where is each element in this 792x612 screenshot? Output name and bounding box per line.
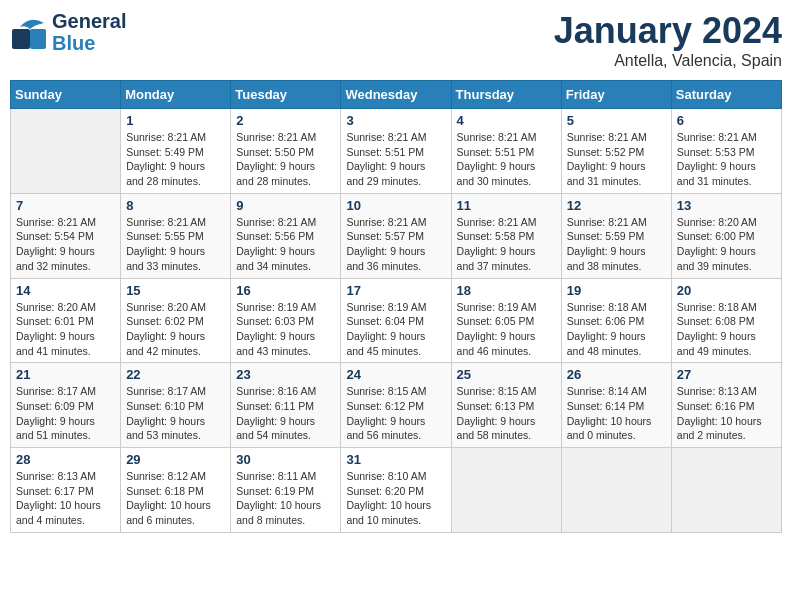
day-info: Sunrise: 8:13 AM Sunset: 6:16 PM Dayligh…: [677, 384, 776, 443]
calendar-week-row: 21Sunrise: 8:17 AM Sunset: 6:09 PM Dayli…: [11, 363, 782, 448]
day-number: 8: [126, 198, 225, 213]
day-info: Sunrise: 8:12 AM Sunset: 6:18 PM Dayligh…: [126, 469, 225, 528]
calendar-cell: [11, 109, 121, 194]
day-number: 9: [236, 198, 335, 213]
calendar-table: SundayMondayTuesdayWednesdayThursdayFrid…: [10, 80, 782, 533]
day-number: 23: [236, 367, 335, 382]
day-info: Sunrise: 8:16 AM Sunset: 6:11 PM Dayligh…: [236, 384, 335, 443]
column-header-tuesday: Tuesday: [231, 81, 341, 109]
logo-general: General: [52, 10, 126, 32]
day-info: Sunrise: 8:17 AM Sunset: 6:10 PM Dayligh…: [126, 384, 225, 443]
month-title: January 2024: [554, 10, 782, 52]
calendar-cell: 10Sunrise: 8:21 AM Sunset: 5:57 PM Dayli…: [341, 193, 451, 278]
calendar-cell: [451, 448, 561, 533]
day-info: Sunrise: 8:21 AM Sunset: 5:57 PM Dayligh…: [346, 215, 445, 274]
day-info: Sunrise: 8:10 AM Sunset: 6:20 PM Dayligh…: [346, 469, 445, 528]
day-number: 31: [346, 452, 445, 467]
page-header: General Blue January 2024 Antella, Valen…: [10, 10, 782, 70]
day-number: 16: [236, 283, 335, 298]
day-number: 26: [567, 367, 666, 382]
day-number: 28: [16, 452, 115, 467]
logo-blue: Blue: [52, 32, 126, 54]
day-info: Sunrise: 8:13 AM Sunset: 6:17 PM Dayligh…: [16, 469, 115, 528]
day-info: Sunrise: 8:15 AM Sunset: 6:12 PM Dayligh…: [346, 384, 445, 443]
day-info: Sunrise: 8:21 AM Sunset: 5:53 PM Dayligh…: [677, 130, 776, 189]
day-info: Sunrise: 8:15 AM Sunset: 6:13 PM Dayligh…: [457, 384, 556, 443]
calendar-cell: 9Sunrise: 8:21 AM Sunset: 5:56 PM Daylig…: [231, 193, 341, 278]
day-info: Sunrise: 8:21 AM Sunset: 5:58 PM Dayligh…: [457, 215, 556, 274]
day-info: Sunrise: 8:21 AM Sunset: 5:51 PM Dayligh…: [346, 130, 445, 189]
calendar-cell: 14Sunrise: 8:20 AM Sunset: 6:01 PM Dayli…: [11, 278, 121, 363]
calendar-cell: 23Sunrise: 8:16 AM Sunset: 6:11 PM Dayli…: [231, 363, 341, 448]
calendar-cell: 25Sunrise: 8:15 AM Sunset: 6:13 PM Dayli…: [451, 363, 561, 448]
column-header-monday: Monday: [121, 81, 231, 109]
calendar-cell: 16Sunrise: 8:19 AM Sunset: 6:03 PM Dayli…: [231, 278, 341, 363]
day-number: 5: [567, 113, 666, 128]
calendar-cell: [561, 448, 671, 533]
day-number: 15: [126, 283, 225, 298]
day-number: 1: [126, 113, 225, 128]
day-number: 25: [457, 367, 556, 382]
calendar-cell: 2Sunrise: 8:21 AM Sunset: 5:50 PM Daylig…: [231, 109, 341, 194]
day-info: Sunrise: 8:21 AM Sunset: 5:50 PM Dayligh…: [236, 130, 335, 189]
calendar-cell: 17Sunrise: 8:19 AM Sunset: 6:04 PM Dayli…: [341, 278, 451, 363]
svg-rect-0: [12, 29, 30, 49]
day-info: Sunrise: 8:18 AM Sunset: 6:06 PM Dayligh…: [567, 300, 666, 359]
day-info: Sunrise: 8:11 AM Sunset: 6:19 PM Dayligh…: [236, 469, 335, 528]
day-number: 22: [126, 367, 225, 382]
day-number: 12: [567, 198, 666, 213]
calendar-cell: 30Sunrise: 8:11 AM Sunset: 6:19 PM Dayli…: [231, 448, 341, 533]
calendar-cell: 29Sunrise: 8:12 AM Sunset: 6:18 PM Dayli…: [121, 448, 231, 533]
calendar-cell: 24Sunrise: 8:15 AM Sunset: 6:12 PM Dayli…: [341, 363, 451, 448]
calendar-cell: 22Sunrise: 8:17 AM Sunset: 6:10 PM Dayli…: [121, 363, 231, 448]
calendar-cell: 19Sunrise: 8:18 AM Sunset: 6:06 PM Dayli…: [561, 278, 671, 363]
location-subtitle: Antella, Valencia, Spain: [554, 52, 782, 70]
calendar-week-row: 14Sunrise: 8:20 AM Sunset: 6:01 PM Dayli…: [11, 278, 782, 363]
day-info: Sunrise: 8:20 AM Sunset: 6:00 PM Dayligh…: [677, 215, 776, 274]
day-info: Sunrise: 8:17 AM Sunset: 6:09 PM Dayligh…: [16, 384, 115, 443]
calendar-cell: 5Sunrise: 8:21 AM Sunset: 5:52 PM Daylig…: [561, 109, 671, 194]
calendar-cell: 31Sunrise: 8:10 AM Sunset: 6:20 PM Dayli…: [341, 448, 451, 533]
day-number: 4: [457, 113, 556, 128]
calendar-week-row: 7Sunrise: 8:21 AM Sunset: 5:54 PM Daylig…: [11, 193, 782, 278]
day-info: Sunrise: 8:19 AM Sunset: 6:04 PM Dayligh…: [346, 300, 445, 359]
day-number: 6: [677, 113, 776, 128]
calendar-cell: 18Sunrise: 8:19 AM Sunset: 6:05 PM Dayli…: [451, 278, 561, 363]
day-number: 2: [236, 113, 335, 128]
day-number: 18: [457, 283, 556, 298]
day-number: 30: [236, 452, 335, 467]
column-header-wednesday: Wednesday: [341, 81, 451, 109]
column-header-thursday: Thursday: [451, 81, 561, 109]
column-header-saturday: Saturday: [671, 81, 781, 109]
calendar-week-row: 28Sunrise: 8:13 AM Sunset: 6:17 PM Dayli…: [11, 448, 782, 533]
calendar-cell: 6Sunrise: 8:21 AM Sunset: 5:53 PM Daylig…: [671, 109, 781, 194]
column-header-sunday: Sunday: [11, 81, 121, 109]
day-number: 29: [126, 452, 225, 467]
day-info: Sunrise: 8:21 AM Sunset: 5:49 PM Dayligh…: [126, 130, 225, 189]
day-number: 27: [677, 367, 776, 382]
calendar-cell: 8Sunrise: 8:21 AM Sunset: 5:55 PM Daylig…: [121, 193, 231, 278]
day-info: Sunrise: 8:20 AM Sunset: 6:01 PM Dayligh…: [16, 300, 115, 359]
calendar-cell: 3Sunrise: 8:21 AM Sunset: 5:51 PM Daylig…: [341, 109, 451, 194]
calendar-cell: 28Sunrise: 8:13 AM Sunset: 6:17 PM Dayli…: [11, 448, 121, 533]
day-info: Sunrise: 8:21 AM Sunset: 5:55 PM Dayligh…: [126, 215, 225, 274]
calendar-cell: 13Sunrise: 8:20 AM Sunset: 6:00 PM Dayli…: [671, 193, 781, 278]
day-number: 19: [567, 283, 666, 298]
day-info: Sunrise: 8:14 AM Sunset: 6:14 PM Dayligh…: [567, 384, 666, 443]
day-info: Sunrise: 8:19 AM Sunset: 6:05 PM Dayligh…: [457, 300, 556, 359]
day-number: 17: [346, 283, 445, 298]
day-number: 3: [346, 113, 445, 128]
day-info: Sunrise: 8:21 AM Sunset: 5:51 PM Dayligh…: [457, 130, 556, 189]
day-info: Sunrise: 8:19 AM Sunset: 6:03 PM Dayligh…: [236, 300, 335, 359]
calendar-week-row: 1Sunrise: 8:21 AM Sunset: 5:49 PM Daylig…: [11, 109, 782, 194]
calendar-cell: 26Sunrise: 8:14 AM Sunset: 6:14 PM Dayli…: [561, 363, 671, 448]
calendar-cell: 15Sunrise: 8:20 AM Sunset: 6:02 PM Dayli…: [121, 278, 231, 363]
calendar-cell: 4Sunrise: 8:21 AM Sunset: 5:51 PM Daylig…: [451, 109, 561, 194]
svg-rect-1: [30, 29, 46, 49]
day-info: Sunrise: 8:21 AM Sunset: 5:56 PM Dayligh…: [236, 215, 335, 274]
title-block: January 2024 Antella, Valencia, Spain: [554, 10, 782, 70]
day-info: Sunrise: 8:21 AM Sunset: 5:59 PM Dayligh…: [567, 215, 666, 274]
column-header-friday: Friday: [561, 81, 671, 109]
calendar-cell: [671, 448, 781, 533]
day-info: Sunrise: 8:21 AM Sunset: 5:54 PM Dayligh…: [16, 215, 115, 274]
